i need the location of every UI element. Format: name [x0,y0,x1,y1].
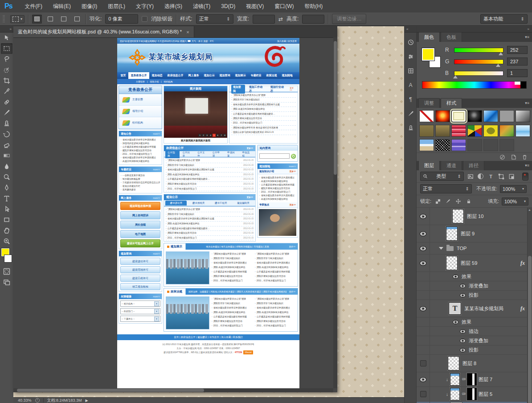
layer-thumbnail[interactable] [446,226,458,241]
visibility-toggle[interactable] [417,225,430,242]
planning-notice-tab[interactable]: 建设选址类 [165,201,187,206]
laws-link-item[interactable]: 漯阳宣传学习城乡规划知识 [212,301,253,305]
gov-info-item[interactable]: 漯阳宣传学习城乡规划知识2012-01-16 [166,163,254,168]
brush-tool[interactable] [1,107,12,118]
group-row[interactable]: TOP [417,243,532,255]
lock-transparency-icon[interactable] [434,197,442,205]
menu-item[interactable]: 3D(D) [216,0,241,12]
delete-style-button[interactable] [522,154,528,160]
filter-shape-layers-icon[interactable] [497,173,505,180]
tab-layers[interactable]: 图层 [418,161,440,170]
dodge-tool[interactable] [1,172,12,182]
tab-styles[interactable]: 样式 [441,98,462,108]
laws-link-item[interactable]: 漯阳·高速沿线加快城乡规划评估 [255,310,296,314]
style-swatch[interactable] [451,139,466,151]
brush-panel-icon[interactable] [406,109,415,118]
notice-item[interactable]: 加强培训促进城乡规划评估 [121,141,160,145]
laws-link-item[interactable]: 漯阳·高速沿线加快城乡规划评估 [212,310,253,314]
visibility-toggle[interactable] [417,355,430,372]
style-swatch[interactable] [467,110,482,122]
planning-notice-item[interactable]: “漯阳城乡规划管委员办公室”授牌2012-01-15 [166,207,254,212]
filter-pixel-layers-icon[interactable] [467,173,474,180]
garden-item[interactable]: 高速沿线加快城乡规划评估 [259,197,296,201]
garden-item[interactable]: 2011，叩开城乡规划转型之门 [259,190,296,193]
visibility-toggle[interactable] [417,255,430,271]
style-none[interactable] [419,110,434,122]
filter-smart-objects-icon[interactable] [507,173,515,180]
laws-link-item[interactable]: “漯阳城乡规划管委员办公室”授牌 [212,296,253,301]
query-button[interactable]: 建设工程许可 [120,275,160,282]
expert-view-more[interactable]: 更多>> [290,204,296,206]
effect-row[interactable]: 描边 [417,327,532,336]
gov-info-item[interactable]: 漯阳·高速沿线加快城乡规划评估2012-01-15 [166,173,254,177]
news-item[interactable]: 省城乡规划委员会审议并原则通过漯阳城市总规 [231,103,296,107]
green-value-input[interactable]: 237 [507,58,528,66]
visibility-toggle[interactable] [417,300,430,317]
display-link-item[interactable]: 漯阳·高速沿线加快城乡规划评估 [255,265,296,269]
display-link-item[interactable]: 漯阳宣传学习城乡规划知识 [255,256,296,260]
pager-page[interactable]: 2 [202,134,205,137]
scrollbar-thumb[interactable] [528,256,532,403]
display-link-item[interactable]: 漯阳开展城乡规划法宣传活动 [255,274,296,278]
notice-item[interactable]: 省城乡规划委员会审议并原则通过 [121,138,160,141]
red-value-input[interactable]: 252 [507,46,528,54]
online-service-button[interactable]: 建设许可批后网上公开 [120,239,160,247]
gradient-tool[interactable] [1,150,12,161]
planning-notice-item[interactable]: 省城乡规划委员会审议并原则通过漯阳城市总规2012-01-15 [166,217,254,222]
type-tool[interactable] [1,193,12,204]
width-input[interactable] [253,15,275,24]
news-item[interactable]: 公开遴选县城乡规划建设局村镇规划建设… [231,112,296,116]
planning-notice-item[interactable]: 2011，叩开城乡规划转型之门2012-01-15 [166,236,254,241]
special-topic-item[interactable]: 城乡规划效能监察 [121,177,160,181]
pen-tool[interactable] [1,182,12,193]
lasso-tool[interactable] [1,54,12,65]
eye-icon[interactable] [460,338,466,342]
rectangular-marquee-tool[interactable] [1,43,12,54]
garden-item[interactable]: 规院开展城乡规划法宣传活动 [259,186,296,190]
online-more-link[interactable]: more>> [153,197,160,199]
garden-item[interactable]: 高速沿线加快城乡规划评估 [259,179,296,183]
close-document-icon[interactable]: × [186,29,189,35]
gov-info-item[interactable]: 漯阳开展城乡规划法宣传活动2012-01-16 [166,182,254,187]
laws-link-item[interactable]: “漯阳城乡规划管委员办公室”授牌 [255,296,296,301]
swap-dimensions-icon[interactable]: ⇄ [278,16,283,22]
green-slider[interactable] [454,59,503,64]
zoom-tool[interactable] [1,236,12,247]
effect-row[interactable]: 渐变叠加 [417,336,532,345]
style-swatch[interactable] [419,125,434,137]
display-link-item[interactable]: 漯阳宣传学习城乡规划知识 [212,256,253,260]
menu-item[interactable]: 选择(S) [159,0,188,12]
visibility-toggle[interactable] [417,372,430,387]
spot-healing-brush-tool[interactable] [1,97,12,107]
display-link-item[interactable]: 漯阳·高速沿线加快城乡规划评估 [212,265,253,269]
fx-badge[interactable]: fx [520,260,525,267]
move-tool[interactable] [1,33,12,43]
laws-link-item[interactable]: 省城乡规划委员会审议并原则通过 [212,305,253,310]
site-nav-item[interactable]: 专题栏目 [248,72,264,79]
display-link-item[interactable]: “漯阳城乡规划管委员办公室”授牌 [212,251,253,256]
photo-news-image[interactable]: 12345678 [164,91,227,138]
layer-row[interactable]: 图层 10 [417,208,532,225]
effect-row[interactable]: 投影 [417,291,532,300]
site-nav-item[interactable]: 首页 [118,72,128,79]
canvas-horizontal-scrollbar[interactable] [13,388,333,392]
style-swatch[interactable] [467,125,482,137]
menu-item[interactable]: 文件(F) [20,0,48,12]
visibility-toggle[interactable] [417,243,430,254]
eyedropper-tool[interactable] [1,86,12,97]
panel-menu-icon[interactable]: ▾≡ [525,101,529,105]
quick-selection-tool[interactable] [1,65,12,75]
path-selection-tool[interactable] [1,204,12,214]
laws-link-item[interactable]: 公开遴选县城乡规划建设局村镇规 [212,314,253,319]
clipped-layer-row[interactable]: ↓8图层 5 [417,387,532,402]
news-item[interactable]: 漯阳·高速沿线加快城乡规划评估 [231,107,296,111]
garden-knowledge-more[interactable]: 更多>> [290,170,296,173]
eye-icon[interactable] [453,274,458,278]
gov-info-tab[interactable]: 公开指南 [165,150,180,158]
tab-adjustments[interactable]: 调整 [418,98,440,108]
garden-item[interactable]: 公开遴选基层城乡规划局用村镇规 [259,183,296,186]
panel-menu-icon[interactable]: ▾≡ [525,35,529,39]
display-link-item[interactable]: 公开遴选县城乡规划建设局村镇规 [212,269,253,274]
laws-link-item[interactable]: 漯阳宣传学习城乡规划知识 [255,301,296,305]
gov-info-item[interactable]: 省城乡规划委员会审议并原则通过漯阳城市总规2012-01-15 [166,168,254,173]
